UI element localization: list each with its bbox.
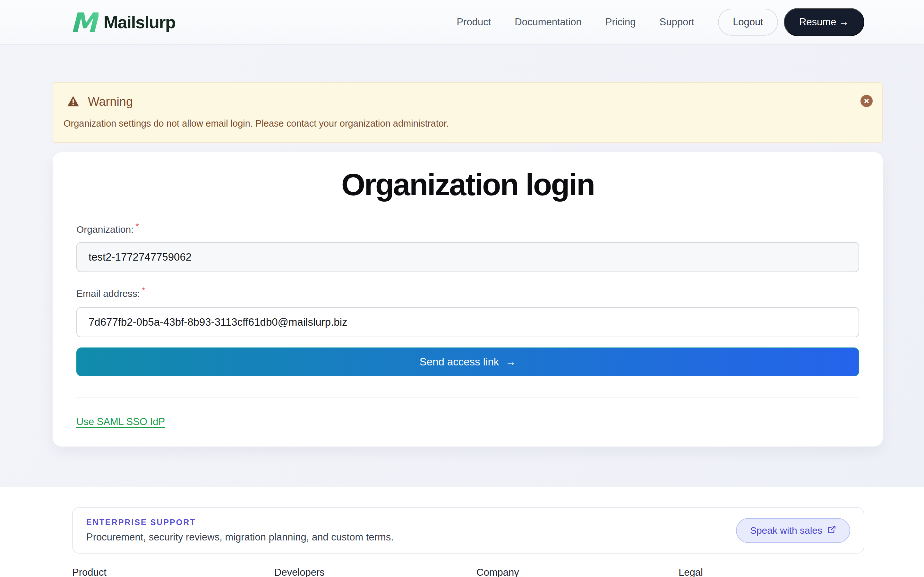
send-access-link-label: Send access link [420, 356, 499, 368]
organization-input[interactable] [76, 242, 859, 272]
warning-alert-header: Warning [67, 95, 864, 109]
required-marker: * [136, 221, 139, 231]
footer-section: ENTERPRISE SUPPORT Procurement, security… [0, 487, 924, 577]
external-link-icon [827, 525, 836, 536]
nav-links: Product Documentation Pricing Support [457, 16, 694, 28]
send-access-link-button[interactable]: Send access link → [76, 348, 859, 376]
email-input[interactable] [76, 307, 859, 337]
required-marker: * [142, 285, 145, 295]
enterprise-support-eyebrow: ENTERPRISE SUPPORT [86, 518, 394, 527]
page-root: M Mailslurp Product Documentation Pricin… [0, 0, 924, 577]
footer-heading-developers: Developers [274, 567, 477, 577]
svg-text:M: M [72, 8, 99, 35]
mailslurp-logo[interactable]: M Mailslurp [72, 8, 176, 37]
warning-triangle-icon [67, 95, 79, 109]
warning-message: Organization settings do not allow email… [63, 118, 864, 129]
logout-button[interactable]: Logout [718, 9, 778, 35]
card-divider [76, 397, 859, 398]
footer-heading-product: Product [72, 567, 274, 577]
enterprise-support-text: ENTERPRISE SUPPORT Procurement, security… [86, 518, 394, 543]
resume-button[interactable]: Resume → [784, 8, 864, 36]
page-title: Organization login [76, 168, 859, 201]
enterprise-support-description: Procurement, security reviews, migration… [86, 532, 394, 543]
organization-login-card: Organization login Organization:* Email … [53, 152, 883, 446]
close-icon[interactable] [861, 95, 873, 107]
warning-title: Warning [88, 95, 133, 109]
nav-item-documentation[interactable]: Documentation [515, 16, 582, 28]
nav-item-product[interactable]: Product [457, 16, 491, 28]
footer-columns: Product Developers Company Legal [72, 567, 881, 577]
saml-sso-link[interactable]: Use SAML SSO IdP [76, 416, 165, 428]
arrow-right-icon: → [505, 356, 516, 368]
speak-with-sales-button[interactable]: Speak with sales [736, 518, 850, 543]
footer-heading-legal: Legal [678, 567, 881, 577]
nav-item-support[interactable]: Support [660, 16, 695, 28]
email-label: Email address:* [76, 285, 859, 299]
brand-wordmark: Mailslurp [103, 12, 176, 32]
nav-item-pricing[interactable]: Pricing [606, 16, 636, 28]
warning-alert: Warning Organization settings do not all… [53, 82, 883, 143]
footer-heading-company: Company [477, 567, 678, 577]
mailslurp-m-icon: M [72, 8, 99, 37]
enterprise-support-banner: ENTERPRISE SUPPORT Procurement, security… [72, 507, 864, 554]
organization-label: Organization:* [76, 221, 859, 235]
top-navigation-bar: M Mailslurp Product Documentation Pricin… [0, 0, 924, 45]
